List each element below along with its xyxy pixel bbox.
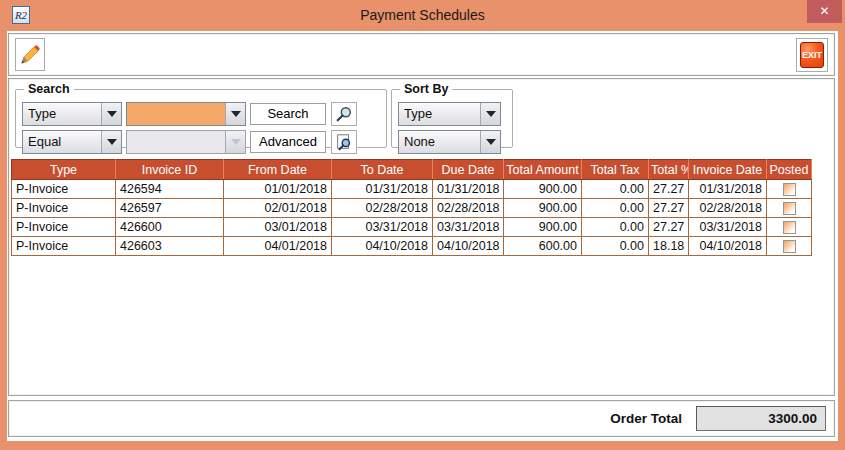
posted-checkbox[interactable] — [783, 240, 796, 253]
cell-total_amount: 900.00 — [504, 180, 582, 199]
cell-from_date: 03/01/2018 — [224, 218, 332, 237]
cell-invoice_date: 01/31/2018 — [689, 180, 767, 199]
cell-invoice_id: 426603 — [116, 237, 224, 256]
search-operator-combo[interactable]: Equal — [22, 130, 122, 154]
search-legend: Search — [24, 82, 74, 96]
cell-invoice_id: 426594 — [116, 180, 224, 199]
cell-invoice_id: 426597 — [116, 199, 224, 218]
cell-from_date: 01/01/2018 — [224, 180, 332, 199]
table-row[interactable]: P-Invoice42660304/01/201804/10/201804/10… — [12, 237, 812, 256]
posted-checkbox[interactable] — [783, 221, 796, 234]
payment-schedules-window: { "window": { "title": "Payment Schedule… — [0, 0, 845, 450]
table-header-row: TypeInvoice IDFrom DateTo DateDue DateTo… — [12, 160, 812, 180]
cell-posted — [767, 218, 812, 237]
sortby-secondary-value: None — [399, 131, 480, 153]
cell-total_pct: 18.18 — [649, 237, 689, 256]
sortby-primary-combo[interactable]: Type — [398, 102, 501, 126]
posted-checkbox[interactable] — [783, 183, 796, 196]
edit-button[interactable] — [15, 38, 45, 71]
column-header[interactable]: Posted — [767, 160, 812, 180]
exit-icon: EXIT — [800, 42, 824, 68]
cell-type: P-Invoice — [12, 218, 116, 237]
close-button[interactable]: ✕ — [807, 0, 842, 23]
column-header[interactable]: Due Date — [433, 160, 504, 180]
cell-to_date: 04/10/2018 — [332, 237, 433, 256]
schedule-table-body: P-Invoice42659401/01/201801/31/201801/31… — [12, 180, 812, 256]
column-header[interactable]: Total Amount — [504, 160, 582, 180]
cell-due_date: 04/10/2018 — [433, 237, 504, 256]
cell-total_amount: 600.00 — [504, 237, 582, 256]
search-value-text — [127, 103, 225, 125]
cell-from_date: 02/01/2018 — [224, 199, 332, 218]
toolbar: EXIT — [8, 33, 835, 76]
column-header[interactable]: Total Tax — [582, 160, 649, 180]
search-value2-text — [127, 131, 225, 153]
sortby-secondary-combo[interactable]: None — [398, 130, 501, 154]
cell-posted — [767, 199, 812, 218]
column-header[interactable]: Invoice Date — [689, 160, 767, 180]
main-panel: Search Type Search Equal Advanced — [8, 78, 835, 396]
cell-total_amount: 900.00 — [504, 199, 582, 218]
chevron-down-icon[interactable] — [480, 103, 500, 125]
table-row[interactable]: P-Invoice42659401/01/201801/31/201801/31… — [12, 180, 812, 199]
cell-type: P-Invoice — [12, 237, 116, 256]
search-field-combo[interactable]: Type — [22, 102, 122, 126]
chevron-down-icon[interactable] — [225, 103, 245, 125]
search-magnifier-button[interactable] — [331, 102, 357, 126]
cell-posted — [767, 180, 812, 199]
search-operator-value: Equal — [23, 131, 101, 153]
cell-due_date: 03/31/2018 — [433, 218, 504, 237]
cell-invoice_date: 02/28/2018 — [689, 199, 767, 218]
search-value-input[interactable] — [126, 102, 246, 126]
document-magnifier-icon — [335, 133, 353, 151]
window-title: Payment Schedules — [0, 0, 845, 30]
table-row[interactable]: P-Invoice42660003/01/201803/31/201803/31… — [12, 218, 812, 237]
cell-type: P-Invoice — [12, 199, 116, 218]
cell-total_amount: 900.00 — [504, 218, 582, 237]
cell-total_pct: 27.27 — [649, 218, 689, 237]
order-total-label: Order Total — [610, 411, 682, 426]
order-total-field: 3300.00 — [696, 406, 826, 431]
cell-invoice_date: 04/10/2018 — [689, 237, 767, 256]
table-row[interactable]: P-Invoice42659702/01/201802/28/201802/28… — [12, 199, 812, 218]
cell-to_date: 03/31/2018 — [332, 218, 433, 237]
column-header[interactable]: From Date — [224, 160, 332, 180]
cell-posted — [767, 237, 812, 256]
search-value2-input — [126, 130, 246, 154]
cell-total_tax: 0.00 — [582, 218, 649, 237]
close-icon: ✕ — [819, 4, 829, 18]
cell-total_pct: 27.27 — [649, 199, 689, 218]
sortby-groupbox: Sort By Type None — [391, 82, 513, 148]
cell-total_pct: 27.27 — [649, 180, 689, 199]
chevron-down-icon — [225, 131, 245, 153]
chevron-down-icon[interactable] — [480, 131, 500, 153]
cell-total_tax: 0.00 — [582, 180, 649, 199]
cell-due_date: 01/31/2018 — [433, 180, 504, 199]
advanced-search-icon-button[interactable] — [331, 130, 357, 154]
cell-type: P-Invoice — [12, 180, 116, 199]
column-header[interactable]: Invoice ID — [116, 160, 224, 180]
cell-to_date: 01/31/2018 — [332, 180, 433, 199]
cell-due_date: 02/28/2018 — [433, 199, 504, 218]
advanced-button[interactable]: Advanced — [250, 131, 326, 153]
column-header[interactable]: Type — [12, 160, 116, 180]
column-header[interactable]: To Date — [332, 160, 433, 180]
sortby-legend: Sort By — [400, 82, 452, 96]
pencil-icon — [19, 44, 41, 66]
search-field-combo-value: Type — [23, 103, 101, 125]
column-header[interactable]: Total % — [649, 160, 689, 180]
sortby-primary-value: Type — [399, 103, 480, 125]
cell-invoice_date: 03/31/2018 — [689, 218, 767, 237]
footer-panel: Order Total 3300.00 — [8, 400, 835, 437]
chevron-down-icon[interactable] — [101, 131, 121, 153]
search-button[interactable]: Search — [250, 103, 326, 125]
cell-to_date: 02/28/2018 — [332, 199, 433, 218]
payment-schedules-table: TypeInvoice IDFrom DateTo DateDue DateTo… — [11, 159, 812, 256]
cell-total_tax: 0.00 — [582, 199, 649, 218]
cell-invoice_id: 426600 — [116, 218, 224, 237]
chevron-down-icon[interactable] — [101, 103, 121, 125]
posted-checkbox[interactable] — [783, 202, 796, 215]
magnifier-icon — [335, 105, 353, 123]
cell-total_tax: 0.00 — [582, 237, 649, 256]
exit-button[interactable]: EXIT — [796, 38, 828, 72]
